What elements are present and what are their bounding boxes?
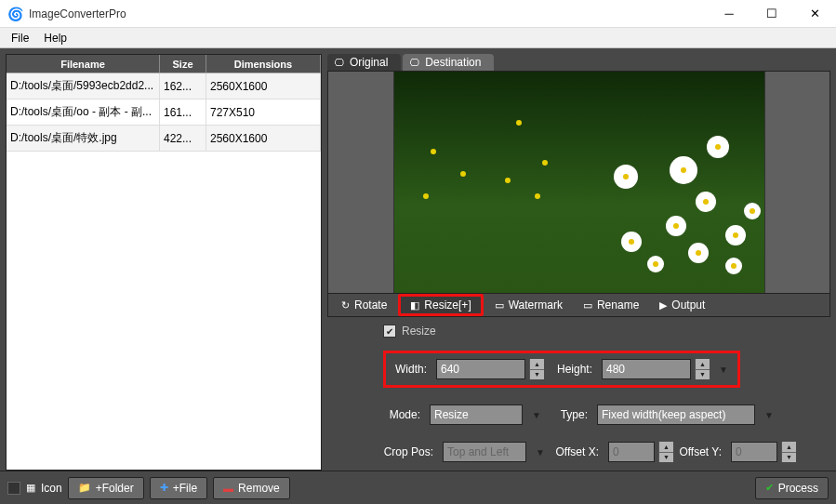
tab-original[interactable]: 🖵Original — [327, 54, 401, 71]
minimize-button[interactable]: ─ — [708, 0, 750, 28]
minus-icon: ▬ — [223, 483, 233, 494]
close-button[interactable]: ✕ — [793, 0, 836, 28]
app-icon: 🌀 — [7, 7, 23, 21]
titlebar: 🌀 ImageConverterPro ─ ☐ ✕ — [0, 0, 836, 28]
col-header-filename[interactable]: Filename — [7, 55, 160, 73]
mode-dropdown-arrow[interactable]: ▼ — [526, 410, 547, 420]
preset-dropdown[interactable]: ▼ — [713, 365, 734, 375]
offsety-spinner[interactable]: ▲▼ — [781, 442, 796, 462]
main-area: Filename Size Dimensions D:/tools/桌面/599… — [0, 48, 836, 504]
output-icon: ▶ — [659, 299, 667, 312]
width-spinner[interactable]: ▲▼ — [529, 359, 544, 379]
tool-rename[interactable]: ▭Rename — [574, 297, 648, 313]
window-title: ImageConverterPro — [29, 7, 708, 20]
croppos-select[interactable]: Top and Left — [443, 442, 526, 462]
mode-select[interactable]: Resize — [430, 405, 523, 425]
watermark-icon: ▭ — [495, 299, 504, 312]
menubar: File Help — [0, 28, 836, 48]
monitor-icon: 🖵 — [410, 58, 419, 68]
tab-destination[interactable]: 🖵Destination — [403, 54, 494, 71]
table-row[interactable]: D:/tools/桌面/特效.jpg 422... 2560X1600 — [7, 126, 321, 152]
maximize-button[interactable]: ☐ — [750, 0, 793, 28]
col-header-size[interactable]: Size — [160, 55, 206, 73]
check-icon: ✔ — [765, 482, 774, 494]
process-button[interactable]: ✔Process — [755, 477, 829, 499]
folder-icon: 📁 — [78, 482, 91, 494]
right-panel: 🖵Original 🖵Destination — [327, 54, 830, 471]
offsetx-input[interactable]: 0 — [608, 442, 655, 462]
add-folder-button[interactable]: 📁+Folder — [68, 477, 144, 499]
preview-image — [393, 72, 765, 293]
table-row[interactable]: D:/tools/桌面/oo - 副本 - 副... 161... 727X51… — [7, 99, 321, 126]
rename-icon: ▭ — [583, 299, 592, 312]
rotate-icon: ↻ — [341, 299, 350, 312]
croppos-label: Crop Pos: — [383, 445, 439, 458]
settings-panel: ✔ Resize Width: 640 ▲▼ Height: 480 ▲▼ ▼ — [327, 317, 830, 471]
dimensions-highlight: Width: 640 ▲▼ Height: 480 ▲▼ ▼ — [383, 351, 740, 388]
remove-button[interactable]: ▬Remove — [213, 477, 290, 499]
preview-area — [327, 71, 830, 294]
menu-file[interactable]: File — [4, 30, 36, 46]
resize-checkbox-label: Resize — [402, 325, 436, 338]
type-select[interactable]: Fixed width(keep aspect) — [597, 405, 755, 425]
height-label: Height: — [548, 363, 598, 376]
icon-mode-checkbox[interactable] — [7, 482, 20, 495]
offsetx-spinner[interactable]: ▲▼ — [658, 442, 673, 462]
plus-icon: ✚ — [160, 482, 168, 494]
monitor-icon: 🖵 — [335, 58, 344, 68]
tool-output[interactable]: ▶Output — [650, 297, 714, 313]
offsetx-label: Offset X: — [554, 445, 604, 458]
table-row[interactable]: D:/tools/桌面/5993ecb2dd2... 162... 2560X1… — [7, 73, 321, 99]
settings-toolbar: ↻Rotate ◧Resize[+] ▭Watermark ▭Rename ▶O… — [327, 294, 830, 317]
resize-icon: ◧ — [410, 299, 419, 312]
col-header-dimensions[interactable]: Dimensions — [206, 55, 321, 73]
offsety-input[interactable]: 0 — [731, 442, 777, 462]
tool-rotate[interactable]: ↻Rotate — [332, 297, 396, 313]
width-input[interactable]: 640 — [436, 359, 525, 379]
type-dropdown-arrow[interactable]: ▼ — [759, 410, 779, 420]
type-label: Type: — [551, 408, 593, 421]
add-file-button[interactable]: ✚+File — [150, 477, 207, 499]
height-spinner[interactable]: ▲▼ — [695, 359, 710, 379]
resize-checkbox[interactable]: ✔ — [383, 325, 396, 338]
grid-icon: ▦ — [26, 482, 35, 494]
croppos-dropdown-arrow[interactable]: ▼ — [530, 447, 551, 458]
tool-resize[interactable]: ◧Resize[+] — [398, 294, 483, 316]
width-label: Width: — [390, 363, 432, 376]
mode-label: Mode: — [383, 408, 426, 421]
offsety-label: Offset Y: — [677, 445, 727, 458]
file-list-panel: Filename Size Dimensions D:/tools/桌面/599… — [6, 54, 322, 471]
icon-mode-label: Icon — [41, 482, 62, 495]
height-input[interactable]: 480 — [602, 359, 691, 379]
preview-tabs: 🖵Original 🖵Destination — [327, 54, 830, 71]
file-table: Filename Size Dimensions D:/tools/桌面/599… — [6, 54, 322, 471]
bottom-bar: ▦Icon 📁+Folder ✚+File ▬Remove ✔Process — [0, 471, 836, 504]
tool-watermark[interactable]: ▭Watermark — [485, 297, 572, 313]
menu-help[interactable]: Help — [36, 30, 74, 46]
